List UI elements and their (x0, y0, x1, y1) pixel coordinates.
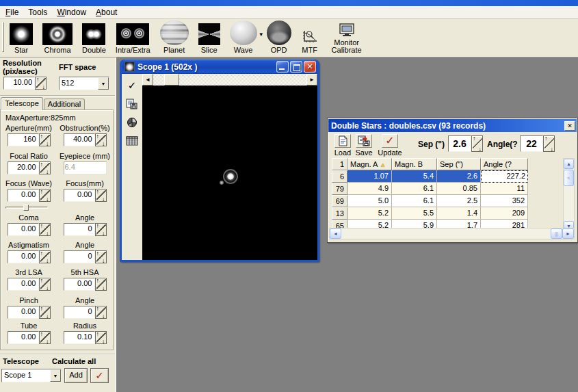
pinch-spinner[interactable] (39, 306, 51, 319)
close-icon[interactable]: ✕ (564, 121, 575, 131)
angle-input[interactable]: 22 (520, 135, 543, 152)
menu-tools[interactable]: Tools (25, 7, 54, 18)
table-row[interactable]: 13 5.2 5.5 1.4 209 (332, 207, 528, 220)
close-button[interactable]: ✕ (304, 61, 316, 73)
table-vertical-scrollbar[interactable]: ▲ ≡ ▼ (563, 158, 575, 232)
toolbar-button-double[interactable]: Double (82, 21, 106, 55)
header-magn-b[interactable]: Magn. B (392, 158, 437, 170)
magn-b-cell[interactable]: 5.4 (392, 170, 437, 183)
separation-spinner[interactable] (471, 135, 483, 152)
astigmatism-spinner[interactable] (39, 250, 51, 263)
row-number-cell[interactable]: 69 (332, 195, 347, 207)
pinch-input[interactable]: 0.00 (8, 306, 39, 319)
separation-input[interactable]: 2.6 (448, 135, 471, 152)
hsa-input[interactable]: 0.00 (64, 278, 95, 291)
double-stars-titlebar[interactable]: Double Stars : doubles.csv (93 records) … (328, 119, 577, 132)
chevron-down-icon[interactable]: ▼ (50, 369, 61, 382)
toolbar-button-planet[interactable]: Planet (160, 21, 189, 55)
radius-spinner[interactable] (95, 331, 107, 344)
scroll-right-icon[interactable]: ► (306, 74, 317, 86)
table-row[interactable]: 69 5.0 6.1 2.5 352 (332, 195, 528, 207)
focus-wave-input[interactable]: 0.00 (8, 189, 39, 202)
scope-horizontal-scrollbar[interactable]: ◄ ► (142, 74, 317, 86)
angle-cell[interactable]: 352 (481, 195, 528, 207)
angle-cell-focused[interactable]: 227.2 (481, 170, 528, 183)
save-button[interactable]: Save (354, 134, 374, 157)
scroll-left-icon[interactable]: ◄ (142, 74, 153, 86)
vscrollbar-thumb[interactable]: ≡ (564, 170, 574, 186)
sep-cell[interactable]: 2.6 (437, 170, 481, 183)
scope-scrollbar-track[interactable] (179, 74, 306, 86)
load-button[interactable]: Load (332, 134, 353, 157)
magn-b-cell[interactable]: 5.5 (392, 207, 437, 220)
pie-chart-icon[interactable] (125, 116, 139, 129)
obstruction-input[interactable]: 40.00 (64, 133, 95, 146)
pinch-angle-input[interactable]: 0 (64, 306, 95, 319)
focal-ratio-spinner[interactable] (39, 161, 51, 174)
coma-spinner[interactable] (39, 223, 51, 236)
pinch-angle-spinner[interactable] (95, 306, 107, 319)
toolbar-button-opd[interactable]: OPD (267, 21, 291, 55)
angle-cell[interactable]: 209 (481, 207, 528, 220)
sep-cell[interactable]: 2.5 (437, 195, 481, 207)
minimize-button[interactable] (276, 61, 289, 73)
header-sep[interactable]: Sep (") (437, 158, 481, 170)
menu-file[interactable]: File (3, 7, 25, 18)
scope-scrollbar-thumb[interactable] (164, 74, 179, 86)
tube-spinner[interactable] (39, 331, 51, 344)
table-row[interactable]: 6 1.07 5.4 2.6 227.2 (332, 170, 528, 183)
resolution-spinner[interactable] (35, 77, 47, 90)
lsa-input[interactable]: 0.00 (8, 278, 39, 291)
toolbar-button-wave[interactable]: ▼ Wave (230, 21, 257, 55)
obstruction-spinner[interactable] (95, 133, 107, 146)
magn-b-cell[interactable]: 6.1 (392, 183, 437, 195)
focus-mm-spinner[interactable] (95, 189, 107, 202)
focal-ratio-input[interactable]: 20.00 (8, 161, 39, 174)
scope-select[interactable]: Scope 1 ▼ (1, 369, 62, 382)
magn-a-cell[interactable]: 4.9 (347, 183, 392, 195)
row-number-cell[interactable]: 13 (332, 207, 347, 220)
toolbar-button-monitor-calibrate[interactable]: Monitor Calibrate (328, 21, 365, 55)
fft-space-select[interactable]: 512 ▼ (59, 77, 109, 90)
chevron-down-icon[interactable]: ▼ (98, 77, 109, 90)
magn-a-cell[interactable]: 1.07 (347, 170, 392, 183)
header-angle[interactable]: Angle (? (481, 158, 528, 170)
table-horizontal-scrollbar[interactable]: ◄ ||| ► (329, 228, 575, 239)
focus-slider[interactable] (5, 205, 48, 211)
coma-input[interactable]: 0.00 (8, 223, 39, 236)
scope-titlebar[interactable]: Scope 1 (502x ) ✕ (122, 60, 317, 74)
angle-cell[interactable]: 11 (481, 183, 528, 195)
coma-angle-input[interactable]: 0 (64, 223, 95, 236)
row-number-cell[interactable]: 6 (332, 170, 347, 183)
update-button[interactable]: ✓ Update (376, 134, 404, 157)
grid-table-icon[interactable] (125, 135, 139, 147)
focus-wave-spinner[interactable] (39, 189, 51, 202)
sep-cell[interactable]: 1.4 (437, 207, 481, 220)
scroll-up-icon[interactable]: ▲ (564, 159, 574, 169)
sep-cell[interactable]: 0.85 (437, 183, 481, 195)
header-row-number[interactable]: 1 (332, 158, 347, 170)
wave-dropdown-icon[interactable]: ▼ (259, 31, 264, 38)
row-number-cell[interactable]: 79 (332, 183, 347, 195)
angle-spinner[interactable] (543, 135, 555, 152)
toolbar-button-mtf[interactable]: MTF (301, 21, 319, 55)
astigmatism-angle-spinner[interactable] (95, 250, 107, 263)
resolution-input[interactable]: 10.00 (3, 77, 35, 90)
coma-angle-spinner[interactable] (95, 223, 107, 236)
toolbar-button-slice[interactable]: Slice (198, 21, 220, 55)
double-stars-window[interactable]: Double Stars : doubles.csv (93 records) … (327, 118, 578, 243)
calculate-all-button[interactable]: ✓ (90, 368, 109, 383)
table-row[interactable]: 79 4.9 6.1 0.85 11 (332, 183, 528, 195)
magn-a-cell[interactable]: 5.0 (347, 195, 392, 207)
magn-b-cell[interactable]: 6.1 (392, 195, 437, 207)
toolbar-button-chroma[interactable]: Chroma (42, 21, 73, 55)
aperture-spinner[interactable] (39, 133, 51, 146)
vscrollbar-track[interactable] (564, 187, 574, 221)
star-render-canvas[interactable] (142, 86, 317, 260)
toolbar-gripper[interactable] (2, 22, 4, 52)
scroll-left-icon[interactable]: ◄ (330, 228, 341, 239)
hsa-spinner[interactable] (95, 278, 107, 291)
focus-slider-thumb[interactable] (23, 205, 29, 211)
aperture-input[interactable]: 160 (8, 133, 39, 146)
astigmatism-angle-input[interactable]: 0 (64, 250, 95, 263)
